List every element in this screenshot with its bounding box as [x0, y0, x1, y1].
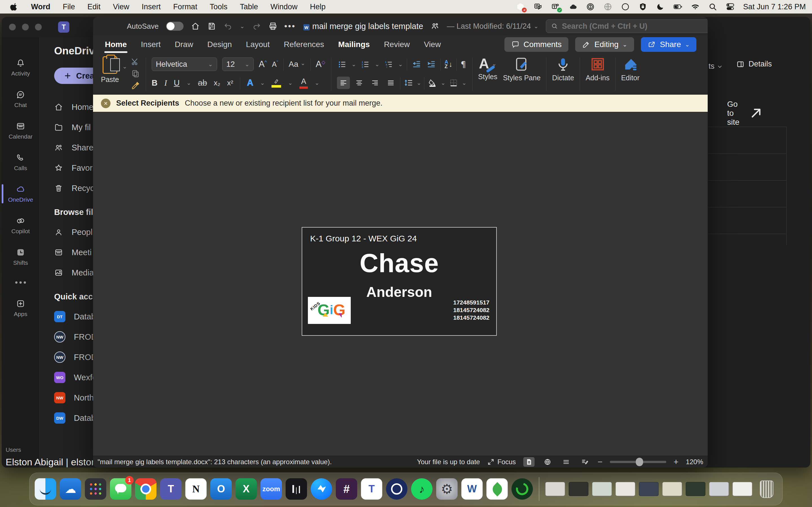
character-count-label[interactable]: "mail merge gig labels template.docx": 2…: [98, 458, 332, 466]
menu-view[interactable]: View: [113, 3, 130, 11]
dock-leaf-app[interactable]: [486, 478, 508, 500]
print-layout-view-button[interactable]: [523, 457, 535, 467]
dock-finder[interactable]: [35, 478, 56, 500]
styles-pane-button[interactable]: Styles Pane: [503, 56, 541, 82]
minimized-window-thumbnail[interactable]: [732, 482, 752, 496]
copy-icon[interactable]: [131, 69, 140, 78]
tab-draw[interactable]: Draw: [174, 38, 194, 51]
menu-window[interactable]: Window: [270, 3, 297, 11]
minimized-window-thumbnail[interactable]: [686, 482, 705, 496]
underline-chevron-icon[interactable]: ⌄: [186, 79, 191, 86]
dock-messenger[interactable]: [311, 478, 332, 500]
home-nav-icon[interactable]: [191, 21, 200, 32]
dictate-button[interactable]: Dictate: [552, 56, 574, 82]
editing-mode-button[interactable]: Editing ⌄: [575, 37, 634, 52]
tab-mailings[interactable]: Mailings: [338, 38, 370, 51]
tab-design[interactable]: Design: [207, 38, 232, 51]
minimized-window-thumbnail[interactable]: [569, 482, 589, 496]
dock-teams[interactable]: T: [160, 478, 182, 500]
minimized-window-thumbnail[interactable]: [662, 482, 682, 496]
dock-1password[interactable]: [386, 478, 407, 500]
sidebar-item-calendar[interactable]: Calendar: [2, 115, 40, 147]
font-color-button[interactable]: A: [299, 77, 308, 89]
mail-merge-label[interactable]: K-1 Group 12 - WEX GiG 24 Chase Anderson…: [302, 227, 497, 336]
teams-minimize-button[interactable]: [22, 24, 29, 31]
addins-button[interactable]: Add-ins: [586, 56, 610, 82]
dock-word[interactable]: W: [461, 478, 483, 500]
sidebar-item-onedrive[interactable]: OneDrive: [2, 178, 40, 210]
onepassword-status-icon[interactable]: [586, 2, 595, 11]
menu-app-name[interactable]: Word: [31, 3, 50, 11]
underline-button[interactable]: U: [174, 78, 180, 88]
justify-button[interactable]: [384, 76, 397, 89]
sort-button[interactable]: AZ ↓: [445, 60, 453, 69]
numbered-list-button[interactable]: 123: [360, 59, 371, 69]
change-case-button[interactable]: Aa⌄: [289, 60, 305, 69]
sidebar-item-chat[interactable]: Chat: [2, 83, 40, 115]
dock-trash[interactable]: [756, 478, 777, 500]
highlight-color-button[interactable]: [271, 78, 281, 88]
tab-insert[interactable]: Insert: [140, 38, 161, 51]
editor-button[interactable]: Editor: [621, 56, 640, 82]
zoom-slider[interactable]: [610, 461, 666, 463]
focus-button[interactable]: Focus: [487, 458, 516, 466]
minimized-window-thumbnail[interactable]: [545, 482, 565, 496]
undo-icon[interactable]: [223, 21, 233, 32]
dock-excel[interactable]: X: [236, 478, 257, 500]
text-effects-button[interactable]: A: [247, 78, 253, 88]
menu-file[interactable]: File: [63, 3, 75, 11]
document-title[interactable]: mail merge gig labels template: [312, 22, 423, 31]
dock-zoom[interactable]: zoom: [260, 478, 282, 500]
share-button[interactable]: Share ⌄: [641, 37, 696, 52]
autosave-toggle[interactable]: [166, 22, 184, 31]
spotlight-search-icon[interactable]: [708, 2, 717, 11]
go-to-site-link[interactable]: Go to site: [727, 100, 765, 127]
decrease-indent-button[interactable]: [411, 59, 422, 69]
zoom-in-button[interactable]: +: [673, 457, 679, 467]
superscript-button[interactable]: x²: [227, 78, 233, 87]
dock-outlook[interactable]: O: [210, 478, 232, 500]
cut-icon[interactable]: [131, 57, 140, 66]
sidebar-item-activity[interactable]: Activity: [2, 52, 40, 83]
focus-moon-icon[interactable]: [656, 2, 665, 11]
dock-swirl-app[interactable]: [511, 478, 533, 500]
paste-chevron-icon[interactable]: ⌄: [122, 63, 127, 90]
menu-format[interactable]: Format: [173, 3, 197, 11]
teams-zoom-button[interactable]: [35, 24, 42, 31]
tab-review[interactable]: Review: [384, 38, 410, 51]
align-left-button[interactable]: [337, 76, 350, 89]
shrink-font-button[interactable]: Aˇ: [272, 60, 278, 68]
font-name-select[interactable]: Helvetica⌄: [152, 57, 217, 71]
menu-tools[interactable]: Tools: [210, 3, 227, 11]
teams-status-icon[interactable]: ✓: [551, 2, 560, 11]
bold-button[interactable]: B: [152, 78, 158, 88]
sidebar-item-copilot[interactable]: Copilot: [2, 210, 40, 241]
privacy-shield-icon[interactable]: [638, 2, 647, 11]
subscript-button[interactable]: x₂: [214, 78, 220, 87]
tab-layout[interactable]: Layout: [245, 38, 270, 51]
sidebar-item-calls[interactable]: Calls: [2, 147, 40, 178]
shared-people-icon[interactable]: [430, 21, 440, 32]
battery-icon[interactable]: [673, 2, 682, 11]
increase-indent-button[interactable]: [426, 59, 437, 69]
save-icon[interactable]: [207, 21, 216, 32]
paste-button[interactable]: Paste: [101, 56, 119, 90]
minimized-window-thumbnail[interactable]: [592, 482, 612, 496]
timer-status-icon[interactable]: [621, 2, 630, 11]
draft-view-button[interactable]: [560, 457, 572, 467]
show-paragraph-marks-button[interactable]: ¶: [461, 59, 466, 69]
document-canvas[interactable]: K-1 Group 12 - WEX GiG 24 Chase Anderson…: [93, 112, 708, 456]
comments-button[interactable]: Comments: [504, 37, 568, 52]
dock-audio-app[interactable]: [286, 478, 307, 500]
sidebar-item-shifts[interactable]: Shifts: [2, 241, 40, 273]
sync-error-status-icon[interactable]: ✕: [516, 2, 525, 11]
menu-edit[interactable]: Edit: [87, 3, 101, 11]
line-spacing-button[interactable]: [403, 77, 414, 88]
menu-help[interactable]: Help: [310, 3, 326, 11]
strikethrough-button[interactable]: ab: [198, 78, 207, 88]
dock-messages[interactable]: 1: [110, 478, 132, 500]
borders-button[interactable]: [448, 77, 459, 88]
details-button[interactable]: Details: [736, 60, 772, 68]
dock-onedrive[interactable]: ☁: [60, 478, 81, 500]
menu-clock[interactable]: Sat Jun 7 1:26 PM: [743, 3, 806, 11]
